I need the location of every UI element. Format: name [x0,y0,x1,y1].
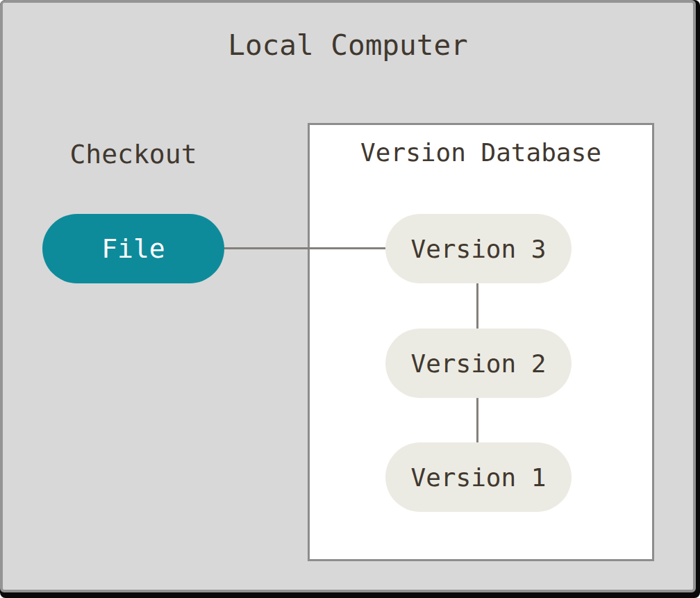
version-1-node: Version 1 [385,442,572,512]
diagram-canvas: Local Computer Checkout File Version Dat… [0,0,700,598]
connector-version2-version1 [476,392,478,448]
file-node-label: File [101,233,165,264]
version-2-node: Version 2 [385,329,572,398]
version-2-label: Version 2 [410,349,546,378]
checkout-label: Checkout [29,139,238,169]
connector-file-version3 [224,247,385,249]
version-database-box: Version Database Version 3 Version 2 Ver… [308,123,654,561]
version-1-label: Version 1 [410,463,546,492]
connector-version3-version2 [476,278,478,333]
version-3-node: Version 3 [385,214,572,283]
version-3-label: Version 3 [410,235,546,263]
version-database-title: Version Database [310,138,652,168]
file-node: File [42,214,224,283]
diagram-title: Local Computer [0,29,696,61]
